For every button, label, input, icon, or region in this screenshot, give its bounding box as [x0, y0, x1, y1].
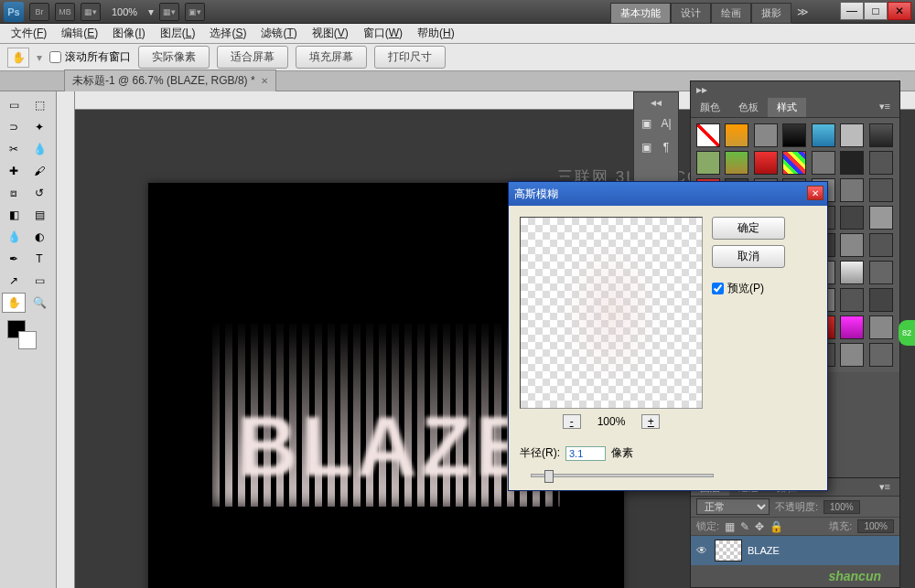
layer-item[interactable]: 👁 BLAZE [691, 536, 899, 565]
hand-tool[interactable]: ✋ [2, 293, 26, 313]
style-swatch[interactable] [812, 151, 835, 175]
workspace-tab-design[interactable]: 设计 [671, 3, 711, 24]
history-brush-tool[interactable]: ↺ [27, 183, 51, 203]
ok-button[interactable]: 确定 [712, 217, 785, 240]
quick-select-tool[interactable]: ✦ [27, 117, 51, 137]
gradient-tool[interactable]: ▤ [27, 205, 51, 225]
style-swatch[interactable] [725, 123, 748, 147]
style-swatch[interactable] [869, 206, 893, 230]
style-swatch[interactable] [754, 123, 778, 147]
menu-h[interactable]: 帮助(H) [410, 24, 462, 43]
lock-all-icon[interactable]: 🔒 [770, 520, 783, 533]
paragraph-icon[interactable]: ¶ [658, 138, 674, 156]
dodge-tool[interactable]: ◐ [27, 227, 51, 247]
style-swatch[interactable] [869, 315, 893, 339]
dialog-titlebar[interactable]: 高斯模糊 ✕ [509, 182, 827, 206]
history-icon[interactable]: ▣ [638, 114, 654, 133]
actual-pixels-button[interactable]: 实际像素 [138, 46, 210, 69]
close-button[interactable]: ✕ [888, 2, 911, 20]
dialog-close-button[interactable]: ✕ [807, 186, 824, 200]
style-swatch[interactable] [840, 343, 864, 367]
eyedropper-tool[interactable]: 💧 [27, 139, 51, 159]
style-swatch[interactable] [869, 343, 893, 367]
style-swatch[interactable] [840, 206, 864, 230]
menu-v[interactable]: 视图(V) [305, 24, 356, 43]
menu-f[interactable]: 文件(F) [4, 24, 54, 43]
pen-tool[interactable]: ✒ [2, 249, 26, 269]
arrange-docs-icon[interactable]: ▦▾ [159, 3, 179, 21]
fill-value[interactable]: 100% [857, 519, 894, 533]
path-tool[interactable]: ↗ [2, 271, 26, 291]
blend-mode-select[interactable]: 正常 [696, 498, 770, 515]
visibility-icon[interactable]: 👁 [694, 543, 709, 558]
style-swatch[interactable] [754, 151, 778, 175]
workspace-tab-painting[interactable]: 绘画 [711, 3, 751, 24]
side-badge[interactable]: 82 [899, 320, 915, 346]
style-swatch[interactable] [840, 288, 864, 312]
tab-color[interactable]: 颜色 [691, 98, 729, 117]
marquee-tool[interactable]: ⬚ [27, 95, 51, 115]
dock-expand-icon[interactable]: ◂◂ [638, 96, 674, 109]
eraser-tool[interactable]: ◧ [2, 205, 26, 225]
scroll-all-windows-checkbox[interactable]: 滚动所有窗口 [49, 49, 131, 65]
style-swatch[interactable] [840, 123, 864, 147]
radius-slider[interactable] [531, 474, 714, 477]
blur-tool[interactable]: 💧 [2, 227, 26, 247]
style-swatch[interactable] [869, 261, 893, 284]
fit-screen-button[interactable]: 适合屏幕 [217, 46, 288, 69]
style-swatch[interactable] [840, 233, 864, 257]
zoom-tool[interactable]: 🔍 [27, 293, 51, 313]
hand-tool-icon[interactable]: ✋ [7, 48, 29, 68]
zoom-out-button[interactable]: - [563, 414, 581, 429]
style-swatch[interactable] [782, 123, 806, 147]
radius-input[interactable] [565, 446, 606, 461]
style-swatch[interactable] [869, 123, 893, 147]
cancel-button[interactable]: 取消 [712, 245, 785, 268]
zoom-level[interactable]: 100% [106, 6, 143, 17]
menu-w[interactable]: 窗口(W) [356, 24, 410, 43]
style-swatch[interactable] [840, 151, 864, 175]
panel-menu-icon[interactable]: ▾≡ [870, 98, 899, 117]
move-tool[interactable]: ▭ [2, 95, 26, 115]
preview-box[interactable] [520, 217, 703, 409]
view-extras-icon[interactable]: ▦▾ [81, 3, 101, 21]
layers-menu-icon[interactable]: ▾≡ [870, 478, 899, 496]
menu-l[interactable]: 图层(L) [153, 24, 203, 43]
maximize-button[interactable]: □ [864, 2, 888, 20]
character-icon[interactable]: A| [658, 114, 674, 133]
style-swatch[interactable] [782, 151, 806, 175]
style-swatch[interactable] [869, 151, 893, 175]
zoom-in-button[interactable]: + [641, 414, 660, 429]
style-swatch[interactable] [812, 123, 835, 147]
menu-e[interactable]: 编辑(E) [54, 24, 105, 43]
menu-t[interactable]: 滤镜(T) [253, 24, 304, 43]
launch-minibridge-icon[interactable]: MB [55, 3, 75, 21]
crop-tool[interactable]: ✂ [2, 139, 26, 159]
tab-swatches[interactable]: 色板 [729, 98, 768, 117]
opacity-value[interactable]: 100% [824, 500, 860, 514]
brush-tool[interactable]: 🖌 [27, 161, 51, 181]
workspace-more[interactable]: ≫ [791, 3, 814, 24]
launch-bridge-icon[interactable]: Br [29, 3, 49, 21]
fill-screen-button[interactable]: 填充屏幕 [296, 46, 367, 69]
type-tool[interactable]: T [27, 249, 51, 269]
style-swatch[interactable] [869, 233, 893, 257]
style-none[interactable] [696, 123, 720, 147]
style-swatch[interactable] [840, 315, 864, 339]
workspace-tab-essentials[interactable]: 基本功能 [610, 3, 671, 24]
lock-position-icon[interactable]: ✥ [755, 520, 764, 533]
style-swatch[interactable] [840, 178, 864, 202]
tab-styles[interactable]: 样式 [768, 98, 806, 117]
minimize-button[interactable]: — [840, 2, 864, 20]
stamp-tool[interactable]: ⧈ [2, 183, 26, 203]
style-swatch[interactable] [696, 151, 720, 175]
shape-tool[interactable]: ▭ [27, 271, 51, 291]
actions-icon[interactable]: ▣ [638, 138, 654, 156]
document-close-icon[interactable]: ✕ [261, 76, 268, 86]
menu-i[interactable]: 图像(I) [105, 24, 152, 43]
layer-thumbnail[interactable] [715, 540, 742, 561]
style-swatch[interactable] [869, 288, 893, 312]
print-size-button[interactable]: 打印尺寸 [374, 46, 446, 69]
layer-name[interactable]: BLAZE [748, 545, 780, 556]
slider-thumb[interactable] [544, 470, 554, 483]
